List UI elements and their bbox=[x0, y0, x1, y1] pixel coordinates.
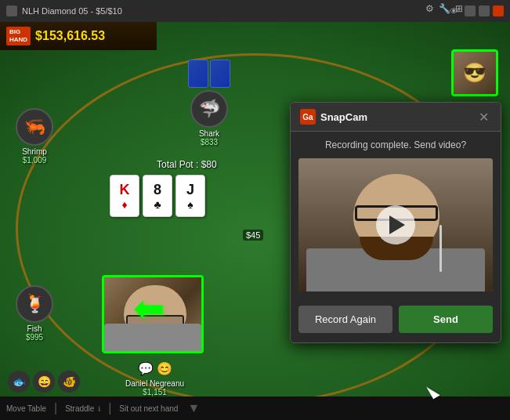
player-shark: 🦈 Shark $833 bbox=[188, 60, 230, 147]
player-shrimp-chips: $1,009 bbox=[23, 156, 47, 165]
player-shark-avatar: 🦈 bbox=[190, 90, 228, 128]
reaction-bar[interactable]: 🐟 😄 🐠 bbox=[8, 371, 80, 393]
action-bar: Move Table | Straddle ℹ | Sit out next h… bbox=[0, 396, 510, 420]
player-shark-chips: $833 bbox=[201, 138, 218, 147]
player-shrimp-name: Shrimp bbox=[22, 147, 47, 156]
player-fish-name: Fish bbox=[27, 324, 42, 333]
player-fish: 🍹 Fish $995 bbox=[16, 285, 53, 342]
daniel-chat-icon: 💬 bbox=[138, 361, 154, 376]
reaction-2[interactable]: 😄 bbox=[33, 371, 55, 393]
player-shark-name: Shark bbox=[199, 129, 219, 138]
card-jack-spades: J♠ bbox=[175, 175, 205, 217]
minimize-button[interactable] bbox=[465, 5, 476, 16]
title-bar-text: NLH Diamond 05 - $5/$10 bbox=[22, 6, 450, 16]
maximize-button[interactable] bbox=[479, 5, 490, 16]
settings-icon[interactable]: ⚙ bbox=[425, 3, 434, 14]
shark-card-1 bbox=[188, 60, 208, 88]
grid-icon[interactable]: ⊞ bbox=[455, 3, 463, 14]
player-fish-avatar: 🍹 bbox=[16, 285, 53, 323]
shark-card-2 bbox=[210, 60, 230, 88]
snapcam-subtitle: Recording complete. Send video? bbox=[291, 132, 501, 158]
bet-amount: $45 bbox=[243, 230, 263, 241]
toolbar-icons: ⚙ 🔧 ⊞ bbox=[425, 3, 463, 14]
top-right-camera: 😎 bbox=[451, 49, 498, 96]
snapcam-buttons: Record Again Send bbox=[291, 299, 501, 342]
tools-icon[interactable]: 🔧 bbox=[439, 3, 450, 14]
snapcam-dialog: Ga SnapCam ✕ Recording complete. Send vi… bbox=[290, 102, 501, 343]
straddle-link[interactable]: Straddle ℹ bbox=[65, 404, 100, 413]
snapcam-title: SnapCam bbox=[320, 111, 367, 123]
player-daniel-name: Daniel Negreanu bbox=[125, 379, 184, 388]
video-cord bbox=[439, 225, 442, 272]
snapcam-logo: Ga SnapCam bbox=[300, 109, 367, 125]
snapcam-header: Ga SnapCam ✕ bbox=[291, 103, 501, 132]
play-triangle-icon bbox=[389, 215, 405, 234]
send-button[interactable]: Send bbox=[399, 306, 493, 333]
play-button[interactable] bbox=[376, 205, 415, 244]
move-table-link[interactable]: Move Table bbox=[6, 404, 46, 413]
reaction-3[interactable]: 🐠 bbox=[58, 371, 80, 393]
record-again-button[interactable]: Record Again bbox=[298, 306, 392, 333]
snapcam-video-preview[interactable] bbox=[298, 158, 493, 291]
player-daniel-chips: $1,151 bbox=[143, 388, 167, 396]
title-bar-controls bbox=[465, 5, 504, 16]
jackpot-amount: $153,616.53 bbox=[35, 29, 105, 43]
player-shrimp-avatar: 🦐 bbox=[16, 108, 53, 146]
reaction-1[interactable]: 🐟 bbox=[8, 371, 30, 393]
daniel-emoji-icon: 😊 bbox=[157, 361, 172, 376]
snapcam-logo-icon: Ga bbox=[300, 109, 316, 125]
player-daniel: 💬 😊 Daniel Negreanu $1,151 bbox=[125, 361, 184, 396]
snapcam-close-button[interactable]: ✕ bbox=[476, 109, 491, 125]
sit-out-link[interactable]: Sit out next hand bbox=[119, 404, 178, 413]
player-fish-chips: $995 bbox=[26, 333, 43, 342]
community-cards: K♦ 8♣ J♠ bbox=[110, 175, 205, 217]
title-bar-icon bbox=[6, 5, 17, 16]
card-8-clubs: 8♣ bbox=[143, 175, 172, 217]
green-arrow: ⬅ bbox=[133, 286, 165, 330]
player-shrimp: 🦐 Shrimp $1,009 bbox=[16, 108, 53, 165]
card-king-diamonds: K♦ bbox=[110, 175, 139, 217]
jackpot-bar: BIGHAND $153,616.53 bbox=[0, 22, 157, 50]
big-hand-logo: BIGHAND bbox=[6, 27, 31, 45]
close-button[interactable] bbox=[493, 5, 504, 16]
pot-display: Total Pot : $80 bbox=[157, 159, 217, 170]
